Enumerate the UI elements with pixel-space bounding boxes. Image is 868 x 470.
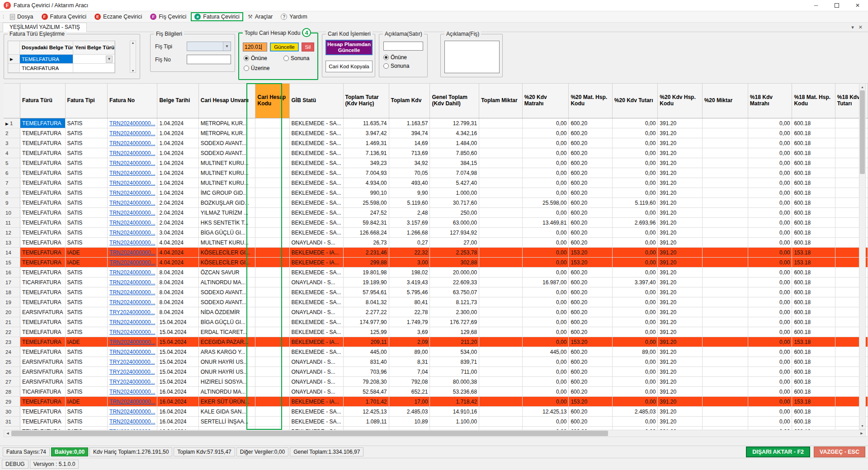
cell-gib[interactable]: BEKLEMEDE - SA... bbox=[289, 407, 343, 417]
cell-gib[interactable]: BEKLEMEDE - SA... bbox=[289, 268, 343, 277]
cell-n[interactable]: 18 bbox=[4, 287, 20, 297]
cell-miktar[interactable] bbox=[479, 327, 523, 337]
cell-kod[interactable] bbox=[255, 277, 289, 287]
cell-t20[interactable]: 89,00 bbox=[612, 347, 658, 357]
horizontal-scrollbar[interactable]: ◀ ▶ bbox=[4, 430, 866, 437]
cell-kdv[interactable]: 80,41 bbox=[389, 297, 430, 307]
cell-unvan[interactable]: YILMAZ TURİZM ... bbox=[198, 208, 255, 218]
cell-mk20[interactable]: 600.20 bbox=[569, 158, 612, 168]
cell-tk20[interactable]: 391.20 bbox=[658, 208, 702, 218]
column-header-turu[interactable]: Fatura Türü bbox=[20, 84, 65, 118]
cell-unvan[interactable]: METROPAL KUR... bbox=[198, 128, 255, 138]
cell-gib[interactable]: ONAYLANDI - S... bbox=[289, 387, 343, 397]
cell-tk20[interactable]: 391.20 bbox=[658, 337, 702, 347]
cell-n[interactable]: 15 bbox=[4, 258, 20, 268]
cell-tipi[interactable]: SATIS bbox=[65, 168, 107, 178]
cell-genel[interactable]: 302,88 bbox=[430, 258, 479, 268]
cell-genel[interactable]: 20.000,00 bbox=[430, 268, 479, 277]
cell-tarih[interactable]: 1.04.2024 bbox=[157, 188, 198, 198]
cell-miktar[interactable] bbox=[479, 357, 523, 367]
cell-tutar[interactable]: 2.231,46 bbox=[343, 248, 389, 258]
cell-n[interactable]: 10 bbox=[4, 208, 20, 218]
cell-gib[interactable]: BEKLEMEDE - SA... bbox=[289, 168, 343, 178]
cell-m20[interactable]: 0,00 bbox=[522, 208, 569, 218]
cell-no[interactable]: TRN2024000000... bbox=[108, 138, 157, 148]
cell-tutar[interactable]: 3.947,42 bbox=[343, 128, 389, 138]
minigrid-cell-yeni-1[interactable]: ▼ bbox=[73, 55, 115, 64]
cell-m20[interactable]: 0,00 bbox=[522, 337, 569, 347]
cell-mk20[interactable]: 600.20 bbox=[569, 168, 612, 178]
cell-t20[interactable]: 0,00 bbox=[612, 138, 658, 148]
cell-tk20[interactable]: 391.20 bbox=[658, 297, 702, 307]
cell-tk20[interactable]: 391.20 bbox=[658, 168, 702, 178]
cell-miktar[interactable] bbox=[479, 158, 523, 168]
chevron-down-icon[interactable]: ▼ bbox=[106, 56, 113, 63]
cell-kod[interactable] bbox=[255, 168, 289, 178]
cell-tarih[interactable]: 2.04.2024 bbox=[157, 208, 198, 218]
cell-mk18[interactable]: 600.18 bbox=[792, 287, 835, 297]
cell-kod[interactable] bbox=[255, 317, 289, 327]
cell-no[interactable]: TRN2024000000... bbox=[108, 128, 157, 138]
column-header-tutar[interactable]: Toplam Tutar (Kdv Hariç) bbox=[343, 84, 389, 118]
cell-mik20[interactable] bbox=[702, 178, 748, 188]
cell-unvan[interactable]: SODEXO AVANT... bbox=[198, 287, 255, 297]
vertical-scroll-thumb[interactable] bbox=[860, 90, 865, 174]
cell-tutar[interactable]: 209,11 bbox=[343, 337, 389, 347]
invoice-number-link[interactable]: TRY2024000000... bbox=[109, 369, 155, 375]
cell-tipi[interactable]: SATIS bbox=[65, 357, 107, 367]
cell-m18[interactable]: 0,00 bbox=[748, 198, 792, 208]
invoice-number-link[interactable]: TRN2024000000... bbox=[109, 279, 155, 286]
cell-m18[interactable]: 0,00 bbox=[748, 168, 792, 178]
cell-m18[interactable]: 0,00 bbox=[748, 118, 792, 128]
cell-tipi[interactable]: SATIS bbox=[65, 377, 107, 387]
scroll-up-icon[interactable]: ▲ bbox=[859, 84, 865, 90]
cell-genel[interactable]: 30.717,60 bbox=[430, 198, 479, 208]
cell-tutar[interactable]: 12.425,13 bbox=[343, 407, 389, 417]
cell-m20[interactable]: 0,00 bbox=[522, 118, 569, 128]
cell-mik20[interactable] bbox=[702, 287, 748, 297]
cell-kod[interactable] bbox=[255, 407, 289, 417]
cell-tk20[interactable]: 391.20 bbox=[658, 287, 702, 297]
cell-unvan[interactable]: ARAS KARGO Y... bbox=[198, 347, 255, 357]
cell-gib[interactable]: ONAYLANDI - S... bbox=[289, 377, 343, 387]
vazgec-button[interactable]: VAZGEÇ - ESC bbox=[814, 446, 865, 457]
cell-gib[interactable]: BEKLEMEDE - SA... bbox=[289, 417, 343, 427]
cell-mik20[interactable] bbox=[702, 317, 748, 327]
cell-kdv[interactable]: 2,48 bbox=[389, 208, 430, 218]
cell-tutar[interactable]: 831,40 bbox=[343, 357, 389, 367]
cell-tk20[interactable]: 391.20 bbox=[658, 238, 702, 248]
cell-unvan[interactable]: MULTINET KURU... bbox=[198, 178, 255, 188]
cell-miktar[interactable] bbox=[479, 407, 523, 417]
cell-m20[interactable]: 0,00 bbox=[522, 148, 569, 158]
cell-mik20[interactable] bbox=[702, 248, 748, 258]
cell-tk20[interactable]: 391.20 bbox=[658, 397, 702, 407]
cell-tipi[interactable]: SATIS bbox=[65, 178, 107, 188]
cell-miktar[interactable] bbox=[479, 337, 523, 347]
cell-tutar[interactable]: 2.277,22 bbox=[343, 307, 389, 317]
cell-t20[interactable]: 0,00 bbox=[612, 158, 658, 168]
cell-mk20[interactable]: 600.20 bbox=[569, 188, 612, 198]
cell-no[interactable]: TRY2024000000... bbox=[108, 357, 157, 367]
cell-mk18[interactable]: 600.18 bbox=[792, 118, 835, 128]
cell-turu[interactable]: TEMELFATURA bbox=[20, 407, 65, 417]
cell-turu[interactable]: TEMELFATURA bbox=[20, 178, 65, 188]
column-header-kdv[interactable]: Toplam Kdv bbox=[389, 84, 430, 118]
column-header-tipi[interactable]: Fatura Tipi bbox=[65, 84, 107, 118]
cell-mk20[interactable]: 600.20 bbox=[569, 387, 612, 397]
cell-tarih[interactable]: 16.04.2024 bbox=[157, 397, 198, 407]
cell-unvan[interactable]: MULTINET KURU... bbox=[198, 238, 255, 248]
cell-unvan[interactable]: METROPAL KUR... bbox=[198, 118, 255, 128]
cell-kod[interactable] bbox=[255, 128, 289, 138]
cell-m20[interactable]: 0,00 bbox=[522, 387, 569, 397]
cell-kdv[interactable]: 0,27 bbox=[389, 238, 430, 248]
cell-miktar[interactable] bbox=[479, 417, 523, 427]
cell-kod[interactable] bbox=[255, 138, 289, 148]
cell-mik20[interactable] bbox=[702, 337, 748, 347]
cell-miktar[interactable] bbox=[479, 118, 523, 128]
cell-kod[interactable] bbox=[255, 148, 289, 158]
cell-m18[interactable]: 0,00 bbox=[748, 148, 792, 158]
cell-t20[interactable]: 2.485,03 bbox=[612, 407, 658, 417]
cell-tarih[interactable]: 4.04.2024 bbox=[157, 238, 198, 248]
minigrid-cell-ticarifatura[interactable]: TICARIFATURA bbox=[20, 64, 73, 73]
cell-mk20[interactable]: 600.20 bbox=[569, 118, 612, 128]
